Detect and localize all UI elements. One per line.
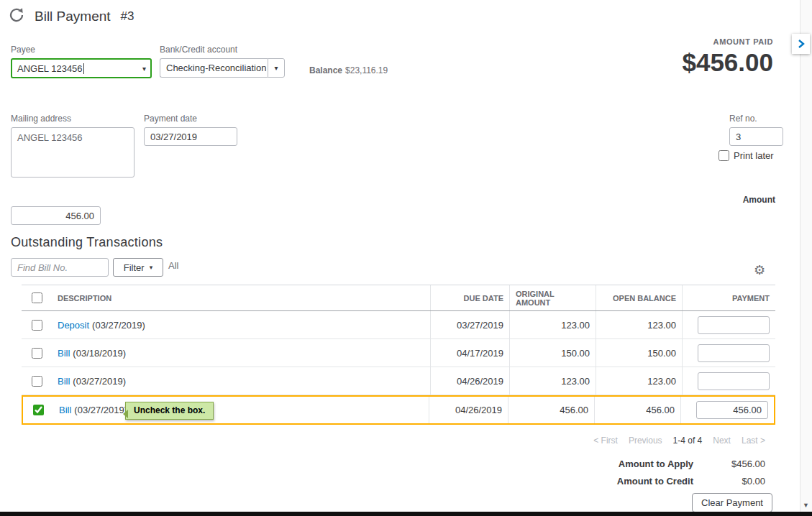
pagination-first[interactable]: < First xyxy=(593,436,618,446)
due-date-cell: 04/26/2019 xyxy=(429,397,508,423)
amount-paid-value: $456.00 xyxy=(682,48,773,77)
print-later-checkbox[interactable] xyxy=(719,150,729,161)
mailing-address-textarea[interactable]: ANGEL 123456 xyxy=(11,127,134,178)
due-date-cell: 04/17/2019 xyxy=(430,339,509,367)
payee-value: ANGEL 123456 xyxy=(17,63,83,74)
chevron-right-icon xyxy=(798,39,805,49)
payment-date-group: Payment date xyxy=(144,114,237,146)
transaction-link[interactable]: Bill xyxy=(58,348,70,359)
print-later-label: Print later xyxy=(734,150,774,161)
transaction-date: (03/27/2019) xyxy=(92,320,145,331)
payment-date-input[interactable] xyxy=(144,127,237,146)
transaction-link[interactable]: Bill xyxy=(59,405,71,415)
mailing-address-label: Mailing address xyxy=(11,114,134,124)
open-balance-cell: 123.00 xyxy=(596,311,682,338)
amount-input[interactable] xyxy=(11,206,101,225)
print-later-group: Print later xyxy=(719,150,774,161)
column-header-payment[interactable]: PAYMENT xyxy=(682,285,775,310)
payment-input[interactable] xyxy=(698,344,770,362)
bank-account-combobox[interactable]: Checking-Reconciliation xyxy=(160,58,268,78)
transaction-link[interactable]: Deposit xyxy=(58,320,89,331)
chevron-down-icon[interactable]: ▾ xyxy=(142,65,146,73)
transaction-date: (03/18/2019) xyxy=(73,348,126,359)
open-balance-cell: 456.00 xyxy=(594,397,680,423)
totals-summary: Amount to Apply $456.00 Amount to Credit… xyxy=(617,459,765,487)
payment-input[interactable] xyxy=(698,316,770,334)
payment-input[interactable] xyxy=(696,401,768,419)
pagination-previous[interactable]: Previous xyxy=(629,436,662,446)
column-header-description[interactable]: DESCRIPTION xyxy=(52,285,430,310)
amount-to-credit-label: Amount to Credit xyxy=(617,476,693,487)
amount-to-credit-value: $0.00 xyxy=(693,476,765,487)
bank-account-field-group: Bank/Credit account Checking-Reconciliat… xyxy=(160,45,285,78)
pagination-next[interactable]: Next xyxy=(713,436,731,446)
payee-field-group: Payee ANGEL 123456 ▾ xyxy=(11,45,152,78)
outstanding-transactions-heading: Outstanding Transactions xyxy=(11,235,163,250)
outstanding-transactions-table: DESCRIPTION DUE DATE ORIGINAL AMOUNT OPE… xyxy=(22,285,775,425)
clear-payment-button[interactable]: Clear Payment xyxy=(692,493,772,512)
original-amount-cell: 123.00 xyxy=(509,311,596,338)
column-header-due-date[interactable]: DUE DATE xyxy=(430,285,509,310)
row-checkbox[interactable] xyxy=(32,320,42,331)
pagination: < First Previous 1-4 of 4 Next Last > xyxy=(593,436,765,446)
payment-input[interactable] xyxy=(698,372,770,390)
filter-button[interactable]: Filter ▾ xyxy=(113,258,163,277)
bank-account-value: Checking-Reconciliation xyxy=(166,63,266,73)
column-header-original-amount[interactable]: ORIGINAL AMOUNT xyxy=(509,285,596,310)
amount-to-apply-label: Amount to Apply xyxy=(617,459,693,469)
original-amount-cell: 456.00 xyxy=(508,397,594,423)
bank-account-label: Bank/Credit account xyxy=(160,45,285,55)
table-row: Deposit (03/27/2019) 03/27/2019 123.00 1… xyxy=(22,311,775,339)
vertical-scrollbar[interactable]: ▼ xyxy=(800,0,812,512)
open-balance-cell: 150.00 xyxy=(596,339,682,367)
annotation-callout: Uncheck the box. xyxy=(125,402,214,420)
row-checkbox[interactable] xyxy=(32,348,42,359)
chevron-down-icon: ▾ xyxy=(274,64,278,72)
recurring-transaction-icon xyxy=(7,6,26,27)
table-header-row: DESCRIPTION DUE DATE ORIGINAL AMOUNT OPE… xyxy=(22,285,775,311)
bill-payment-page: Bill Payment #3 Payee ANGEL 123456 ▾ Ban… xyxy=(0,0,812,516)
bank-account-dropdown-button[interactable]: ▾ xyxy=(268,58,285,78)
table-row: Bill (03/18/2019) 04/17/2019 150.00 150.… xyxy=(22,339,775,367)
balance-value: $23,116.19 xyxy=(345,65,388,75)
ref-no-input[interactable] xyxy=(729,127,783,146)
page-title: Bill Payment xyxy=(35,9,111,24)
pagination-range: 1-4 of 4 xyxy=(673,436,703,446)
account-balance: Balance$23,116.19 xyxy=(309,65,388,75)
filter-button-label: Filter xyxy=(124,262,145,273)
payment-date-label: Payment date xyxy=(144,114,237,124)
row-checkbox[interactable] xyxy=(32,376,42,387)
gear-icon[interactable]: ⚙ xyxy=(754,264,765,277)
column-header-open-balance[interactable]: OPEN BALANCE xyxy=(596,285,682,310)
page-header: Bill Payment #3 xyxy=(7,6,134,27)
payee-combobox[interactable]: ANGEL 123456 ▾ xyxy=(11,58,152,78)
row-checkbox[interactable] xyxy=(33,405,44,415)
filter-all-label: All xyxy=(168,260,178,271)
amount-to-apply-value: $456.00 xyxy=(693,459,765,469)
text-cursor xyxy=(83,63,84,74)
pagination-last[interactable]: Last > xyxy=(742,436,765,446)
ref-no-group: Ref no. xyxy=(729,114,783,146)
transaction-date: (03/27/2019) xyxy=(73,376,126,387)
transaction-link[interactable]: Bill xyxy=(58,376,70,387)
open-balance-cell: 123.00 xyxy=(596,367,682,395)
amount-paid-label: AMOUNT PAID xyxy=(682,37,773,46)
amount-paid-block: AMOUNT PAID $456.00 xyxy=(682,37,773,77)
original-amount-cell: 123.00 xyxy=(509,367,596,395)
table-row-highlighted: Bill (03/27/2019) Uncheck the box. 04/26… xyxy=(22,395,775,425)
bottom-bar xyxy=(0,512,812,516)
payee-label: Payee xyxy=(11,45,152,55)
mailing-address-group: Mailing address ANGEL 123456 xyxy=(11,114,134,178)
find-bill-input[interactable] xyxy=(11,258,109,277)
ref-no-label: Ref no. xyxy=(729,114,783,124)
select-all-checkbox[interactable] xyxy=(32,292,42,303)
due-date-cell: 04/26/2019 xyxy=(430,367,509,395)
original-amount-cell: 150.00 xyxy=(509,339,596,367)
expand-drawer-button[interactable] xyxy=(792,34,810,54)
balance-label: Balance xyxy=(309,65,342,75)
due-date-cell: 03/27/2019 xyxy=(430,311,509,338)
transaction-number: #3 xyxy=(121,9,134,24)
scroll-down-arrow-icon[interactable]: ▼ xyxy=(803,502,809,509)
chevron-down-icon: ▾ xyxy=(150,264,153,271)
table-row: Bill (03/27/2019) 04/26/2019 123.00 123.… xyxy=(22,367,775,395)
